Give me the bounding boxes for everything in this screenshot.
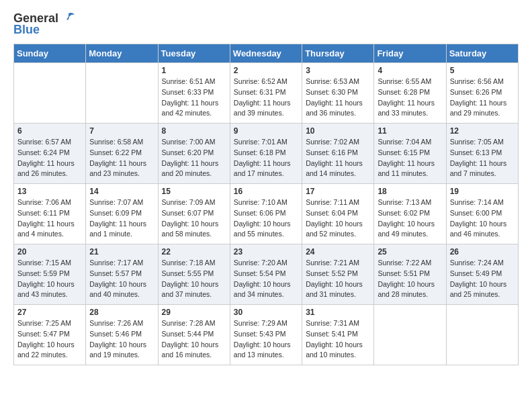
day-info: Sunrise: 6:51 AM Sunset: 6:33 PM Dayligh… bbox=[162, 77, 226, 119]
day-info: Sunrise: 7:05 AM Sunset: 6:13 PM Dayligh… bbox=[450, 137, 515, 179]
day-number: 31 bbox=[306, 308, 370, 317]
daylight-text: Daylight: 10 hours and 52 minutes. bbox=[306, 220, 363, 238]
calendar-week: 20 Sunrise: 7:15 AM Sunset: 5:59 PM Dayl… bbox=[14, 244, 519, 305]
sunrise-text: Sunrise: 7:26 AM bbox=[89, 319, 143, 327]
sunrise-text: Sunrise: 7:02 AM bbox=[306, 138, 359, 146]
day-info: Sunrise: 7:22 AM Sunset: 5:51 PM Dayligh… bbox=[378, 258, 442, 300]
sunset-text: Sunset: 5:59 PM bbox=[17, 269, 70, 277]
sunrise-text: Sunrise: 7:22 AM bbox=[378, 259, 431, 267]
sunrise-text: Sunrise: 7:07 AM bbox=[89, 198, 143, 206]
sunset-text: Sunset: 5:49 PM bbox=[450, 269, 502, 277]
calendar-cell bbox=[446, 305, 518, 365]
day-info: Sunrise: 7:06 AM Sunset: 6:11 PM Dayligh… bbox=[17, 197, 82, 240]
day-number: 12 bbox=[450, 126, 515, 136]
daylight-text: Daylight: 10 hours and 28 minutes. bbox=[378, 280, 435, 299]
sunset-text: Sunset: 6:07 PM bbox=[162, 209, 214, 217]
sunrise-text: Sunrise: 7:24 AM bbox=[450, 259, 504, 267]
calendar-cell: 15 Sunrise: 7:09 AM Sunset: 6:07 PM Dayl… bbox=[158, 184, 230, 244]
daylight-text: Daylight: 10 hours and 46 minutes. bbox=[450, 220, 507, 238]
day-number: 23 bbox=[234, 247, 298, 257]
calendar-cell: 25 Sunrise: 7:22 AM Sunset: 5:51 PM Dayl… bbox=[374, 244, 446, 305]
sunset-text: Sunset: 5:54 PM bbox=[234, 269, 286, 277]
sunset-text: Sunset: 6:31 PM bbox=[234, 88, 286, 96]
sunrise-text: Sunrise: 7:15 AM bbox=[17, 259, 71, 267]
calendar-cell bbox=[374, 305, 446, 365]
calendar-cell: 26 Sunrise: 7:24 AM Sunset: 5:49 PM Dayl… bbox=[446, 244, 518, 305]
day-number: 21 bbox=[89, 247, 154, 257]
day-number: 9 bbox=[234, 126, 298, 136]
daylight-text: Daylight: 10 hours and 55 minutes. bbox=[234, 220, 291, 238]
day-number: 13 bbox=[17, 187, 82, 196]
header-day: Wednesday bbox=[230, 44, 302, 63]
calendar-cell: 27 Sunrise: 7:25 AM Sunset: 5:47 PM Dayl… bbox=[14, 305, 86, 365]
header-day: Saturday bbox=[446, 44, 518, 63]
daylight-text: Daylight: 10 hours and 16 minutes. bbox=[162, 340, 219, 359]
day-number: 14 bbox=[89, 187, 154, 196]
day-info: Sunrise: 7:25 AM Sunset: 5:47 PM Dayligh… bbox=[17, 318, 82, 361]
sunrise-text: Sunrise: 6:53 AM bbox=[306, 77, 359, 85]
daylight-text: Daylight: 11 hours and 23 minutes. bbox=[89, 159, 146, 178]
sunset-text: Sunset: 6:24 PM bbox=[17, 148, 70, 156]
day-number: 7 bbox=[89, 126, 154, 136]
day-info: Sunrise: 7:18 AM Sunset: 5:55 PM Dayligh… bbox=[162, 258, 226, 300]
day-info: Sunrise: 7:09 AM Sunset: 6:07 PM Dayligh… bbox=[162, 197, 226, 240]
daylight-text: Daylight: 11 hours and 39 minutes. bbox=[234, 99, 291, 118]
day-number: 10 bbox=[306, 126, 370, 136]
calendar-cell: 7 Sunrise: 6:58 AM Sunset: 6:22 PM Dayli… bbox=[86, 124, 158, 184]
sunset-text: Sunset: 6:04 PM bbox=[306, 209, 358, 217]
day-number: 25 bbox=[378, 247, 442, 257]
header-day: Monday bbox=[86, 44, 158, 63]
daylight-text: Daylight: 10 hours and 49 minutes. bbox=[378, 220, 435, 238]
sunset-text: Sunset: 6:30 PM bbox=[306, 88, 358, 96]
daylight-text: Daylight: 11 hours and 4 minutes. bbox=[17, 220, 75, 238]
calendar-cell bbox=[86, 63, 158, 124]
day-info: Sunrise: 6:58 AM Sunset: 6:22 PM Dayligh… bbox=[89, 137, 154, 179]
sunrise-text: Sunrise: 7:21 AM bbox=[306, 259, 359, 267]
sunset-text: Sunset: 5:43 PM bbox=[234, 330, 286, 338]
daylight-text: Daylight: 11 hours and 26 minutes. bbox=[17, 159, 75, 178]
daylight-text: Daylight: 11 hours and 17 minutes. bbox=[234, 159, 291, 178]
daylight-text: Daylight: 10 hours and 31 minutes. bbox=[306, 280, 363, 299]
day-number: 19 bbox=[450, 187, 515, 196]
daylight-text: Daylight: 11 hours and 14 minutes. bbox=[306, 159, 363, 178]
header: General Blue bbox=[13, 11, 519, 37]
calendar-cell: 10 Sunrise: 7:02 AM Sunset: 6:16 PM Dayl… bbox=[302, 124, 374, 184]
sunset-text: Sunset: 6:11 PM bbox=[17, 209, 70, 217]
daylight-text: Daylight: 11 hours and 36 minutes. bbox=[306, 99, 363, 118]
day-number: 17 bbox=[306, 187, 370, 196]
calendar-cell: 3 Sunrise: 6:53 AM Sunset: 6:30 PM Dayli… bbox=[302, 63, 374, 124]
day-number: 6 bbox=[17, 126, 82, 136]
header-row: SundayMondayTuesdayWednesdayThursdayFrid… bbox=[14, 44, 519, 63]
sunset-text: Sunset: 6:06 PM bbox=[234, 209, 286, 217]
sunset-text: Sunset: 6:22 PM bbox=[89, 148, 142, 156]
day-number: 27 bbox=[17, 308, 82, 317]
day-info: Sunrise: 7:17 AM Sunset: 5:57 PM Dayligh… bbox=[89, 258, 154, 300]
day-info: Sunrise: 7:04 AM Sunset: 6:15 PM Dayligh… bbox=[378, 137, 442, 179]
sunrise-text: Sunrise: 7:09 AM bbox=[162, 198, 216, 206]
calendar-week: 13 Sunrise: 7:06 AM Sunset: 6:11 PM Dayl… bbox=[14, 184, 519, 244]
sunset-text: Sunset: 6:09 PM bbox=[89, 209, 142, 217]
day-info: Sunrise: 7:00 AM Sunset: 6:20 PM Dayligh… bbox=[162, 137, 226, 179]
logo-blue: Blue bbox=[13, 23, 76, 37]
calendar-cell: 22 Sunrise: 7:18 AM Sunset: 5:55 PM Dayl… bbox=[158, 244, 230, 305]
day-number: 28 bbox=[89, 308, 154, 317]
sunset-text: Sunset: 6:02 PM bbox=[378, 209, 430, 217]
calendar-cell: 21 Sunrise: 7:17 AM Sunset: 5:57 PM Dayl… bbox=[86, 244, 158, 305]
calendar-cell: 12 Sunrise: 7:05 AM Sunset: 6:13 PM Dayl… bbox=[446, 124, 518, 184]
sunrise-text: Sunrise: 7:29 AM bbox=[234, 319, 287, 327]
sunset-text: Sunset: 5:44 PM bbox=[162, 330, 214, 338]
calendar-cell: 9 Sunrise: 7:01 AM Sunset: 6:18 PM Dayli… bbox=[230, 124, 302, 184]
daylight-text: Daylight: 11 hours and 1 minute. bbox=[89, 220, 146, 238]
sunrise-text: Sunrise: 6:58 AM bbox=[89, 138, 143, 146]
daylight-text: Daylight: 10 hours and 22 minutes. bbox=[17, 340, 75, 359]
sunrise-text: Sunrise: 6:56 AM bbox=[450, 77, 504, 85]
day-info: Sunrise: 7:31 AM Sunset: 5:41 PM Dayligh… bbox=[306, 318, 370, 361]
sunset-text: Sunset: 5:57 PM bbox=[89, 269, 142, 277]
sunset-text: Sunset: 5:55 PM bbox=[162, 269, 214, 277]
day-info: Sunrise: 7:10 AM Sunset: 6:06 PM Dayligh… bbox=[234, 197, 298, 240]
daylight-text: Daylight: 10 hours and 10 minutes. bbox=[306, 340, 363, 359]
daylight-text: Daylight: 10 hours and 43 minutes. bbox=[17, 280, 75, 299]
sunrise-text: Sunrise: 7:31 AM bbox=[306, 319, 359, 327]
sunset-text: Sunset: 6:15 PM bbox=[378, 148, 430, 156]
sunset-text: Sunset: 5:46 PM bbox=[89, 330, 142, 338]
